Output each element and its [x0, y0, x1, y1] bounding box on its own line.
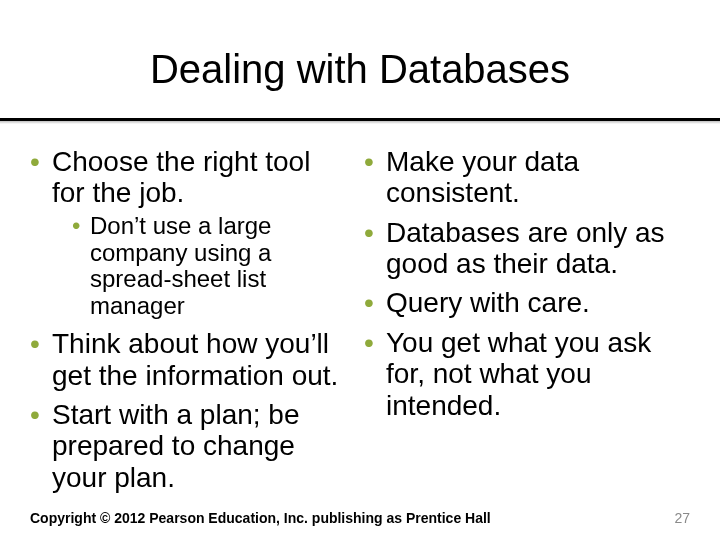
list-item-text: Query with care. — [386, 287, 590, 318]
list-item: Choose the right tool for the job. Don’t… — [30, 146, 348, 320]
list-item-text: Databases are only as good as their data… — [386, 217, 665, 279]
list-item-text: You get what you ask for, not what you i… — [386, 327, 651, 421]
list-item: Start with a plan; be prepared to change… — [30, 399, 348, 493]
list-item-text: Start with a plan; be prepared to change… — [52, 399, 299, 493]
left-column: Choose the right tool for the job. Don’t… — [30, 146, 360, 501]
list-item-text: Don’t use a large company using a spread… — [90, 212, 271, 320]
list-item: Think about how you’ll get the informati… — [30, 328, 348, 391]
slide: Dealing with Databases Choose the right … — [0, 0, 720, 540]
list-item: Make your data consistent. — [364, 146, 690, 209]
content-area: Choose the right tool for the job. Don’t… — [0, 124, 720, 501]
list-item-text: Think about how you’ll get the informati… — [52, 328, 338, 390]
left-list: Choose the right tool for the job. Don’t… — [30, 146, 348, 493]
copyright-footer: Copyright © 2012 Pearson Education, Inc.… — [30, 510, 491, 526]
title-zone: Dealing with Databases — [0, 0, 720, 108]
list-item-text: Choose the right tool for the job. — [52, 146, 310, 208]
list-item: Don’t use a large company using a spread… — [72, 213, 348, 321]
right-column: Make your data consistent. Databases are… — [360, 146, 690, 501]
list-item: Query with care. — [364, 287, 690, 318]
left-sublist: Don’t use a large company using a spread… — [52, 213, 348, 321]
list-item-text: Make your data consistent. — [386, 146, 579, 208]
list-item: You get what you ask for, not what you i… — [364, 327, 690, 421]
list-item: Databases are only as good as their data… — [364, 217, 690, 280]
page-number: 27 — [674, 510, 690, 526]
slide-title: Dealing with Databases — [0, 48, 720, 90]
right-list: Make your data consistent. Databases are… — [364, 146, 690, 421]
